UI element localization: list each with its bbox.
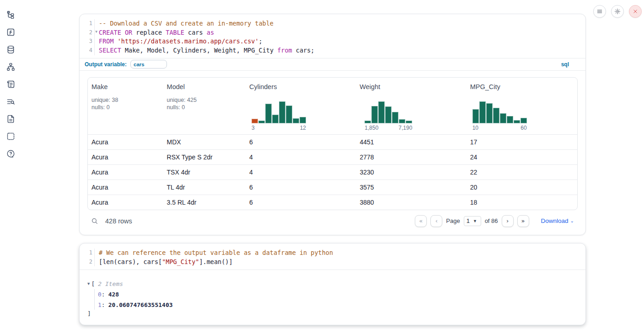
table-cell: 20	[467, 184, 577, 191]
tree-entry-key: 0	[98, 291, 102, 298]
rows-count: 428 rows	[105, 217, 132, 225]
column-header-mpg_city[interactable]: MPG_City1060	[467, 78, 577, 134]
next-page-button[interactable]: ›	[502, 215, 514, 227]
first-page-button[interactable]: «	[415, 215, 427, 227]
tree-entry: 1:20.060747663551403	[98, 300, 585, 310]
line-number: 2	[89, 28, 92, 37]
fold-chevron-icon[interactable]: ▼	[95, 30, 97, 34]
tree-entry-key: 1	[98, 301, 102, 308]
tree-root-row[interactable]: ▼ [ 2 Items	[80, 279, 585, 288]
code-line[interactable]: 2[len(cars), cars["MPG_City"].mean()]	[80, 258, 585, 267]
topbar	[593, 5, 642, 18]
code-line[interactable]: 1-- Download a CSV and create an in-memo…	[80, 19, 585, 28]
table-cell: 17	[467, 138, 577, 146]
code-line[interactable]: 3FROM 'https://datasets.marimo.app/cars.…	[80, 37, 585, 46]
code-text: [len(cars), cars["MPG_City"].mean()]	[95, 258, 233, 267]
column-header-cylinders[interactable]: Cylinders312	[246, 78, 356, 134]
code-line[interactable]: 1# We can reference the output variable …	[80, 248, 585, 258]
column-histogram: 312	[252, 101, 306, 131]
logs-icon[interactable]	[5, 79, 16, 90]
python-code-editor[interactable]: 1# We can reference the output variable …	[80, 243, 585, 266]
code-line[interactable]: 4SELECT Make, Model, Cylinders, Weight, …	[80, 46, 585, 55]
histogram-bar	[479, 101, 486, 123]
table-cell: 6	[246, 138, 356, 146]
column-name: MPG_City	[470, 83, 574, 90]
column-header-model[interactable]: Modelunique: 425nulls: 0	[163, 78, 246, 134]
column-histogram: 1,8507,190	[365, 101, 412, 131]
table-header: Makeunique: 38nulls: 0Modelunique: 425nu…	[88, 78, 577, 134]
line-number-gutter: 1	[80, 248, 95, 258]
chevron-down-icon: ▼	[473, 219, 477, 223]
datasources-icon[interactable]	[5, 44, 16, 55]
table-cell: MDX	[163, 138, 246, 146]
download-button[interactable]: Download ⌄	[541, 217, 574, 224]
table-row[interactable]: AcuraRSX Type S 2dr4277824	[88, 149, 577, 164]
table-cell: 4451	[356, 138, 466, 146]
last-page-button[interactable]: »	[517, 215, 529, 227]
table-cell: 3.5 RL 4dr	[163, 199, 246, 206]
shutdown-button[interactable]	[629, 5, 642, 18]
histogram-bar	[521, 118, 527, 123]
histogram-axis-labels: 312	[252, 125, 306, 131]
column-name: Weight	[360, 83, 462, 90]
column-summary: unique: 425nulls: 0	[167, 96, 242, 111]
histogram-bar	[399, 119, 405, 123]
table-row[interactable]: AcuraMDX6445117	[88, 134, 577, 149]
column-header-make[interactable]: Makeunique: 38nulls: 0	[88, 78, 163, 134]
histogram-bar	[300, 117, 306, 123]
output-variable-input[interactable]	[130, 60, 167, 69]
settings-button[interactable]	[611, 5, 624, 18]
page-select[interactable]: 1 ▼	[464, 216, 481, 226]
documentation-icon[interactable]	[5, 113, 16, 124]
outline-icon[interactable]	[5, 96, 16, 107]
code-text: CREATE OR replace TABLE cars as	[95, 28, 214, 37]
tree-entry-colon: :	[102, 291, 105, 298]
line-number: 3	[89, 37, 92, 46]
code-line[interactable]: 2▼CREATE OR replace TABLE cars as	[80, 28, 585, 37]
language-badge[interactable]: sql	[561, 61, 569, 68]
histogram-bar	[392, 112, 398, 123]
histogram-bar	[252, 119, 258, 123]
items-count-label: 2 Items	[98, 280, 123, 287]
table-cell: 3230	[356, 169, 466, 176]
table-row[interactable]: Acura3.5 RL 4dr6388018	[88, 195, 577, 210]
histogram-bar	[514, 120, 520, 123]
column-summary: unique: 38nulls: 0	[91, 96, 160, 111]
tree-entry-value: 20.060747663551403	[108, 301, 173, 308]
histogram-bar	[371, 106, 378, 123]
table-cell: Acura	[88, 169, 163, 176]
snippets-icon[interactable]	[5, 131, 16, 142]
table-row[interactable]: AcuraTL 4dr6357520	[88, 180, 577, 195]
data-table: Makeunique: 38nulls: 0Modelunique: 425nu…	[87, 77, 578, 210]
code-text: FROM 'https://datasets.marimo.app/cars.c…	[95, 37, 263, 46]
gear-icon	[614, 8, 621, 15]
close-bracket: ]	[80, 310, 585, 319]
help-icon[interactable]	[5, 148, 16, 159]
column-name: Cylinders	[249, 83, 352, 90]
histogram-bar	[365, 121, 371, 123]
histogram-bar	[507, 116, 513, 123]
table-cell: 18	[467, 199, 577, 206]
variables-icon[interactable]	[5, 26, 16, 37]
histogram-axis-labels: 1,8507,190	[365, 125, 412, 131]
chevron-down-icon[interactable]: ▼	[87, 281, 90, 286]
hamburger-icon	[596, 8, 603, 15]
file-explorer-icon[interactable]	[5, 9, 16, 20]
prev-page-button[interactable]: ‹	[430, 215, 442, 227]
menu-button[interactable]	[593, 5, 606, 18]
search-icon[interactable]	[91, 217, 99, 225]
python-cell: 1# We can reference the output variable …	[79, 243, 586, 325]
line-number: 4	[89, 46, 92, 55]
table-cell: RSX Type S 2dr	[163, 153, 246, 161]
table-body: AcuraMDX6445117AcuraRSX Type S 2dr427782…	[88, 134, 577, 210]
code-text: -- Download a CSV and create an in-memor…	[95, 19, 274, 28]
tree-entries: 0:4281:20.060747663551403	[94, 289, 585, 310]
line-number: 1	[89, 248, 92, 258]
page-select-value: 1	[467, 217, 470, 224]
column-header-weight[interactable]: Weight1,8507,190	[356, 78, 466, 134]
sql-code-editor[interactable]: 1-- Download a CSV and create an in-memo…	[80, 14, 585, 55]
dependency-graph-icon[interactable]	[5, 61, 16, 72]
histogram-bar	[486, 103, 493, 123]
table-row[interactable]: AcuraTSX 4dr4323022	[88, 164, 577, 180]
chevron-down-icon: ⌄	[570, 218, 574, 223]
